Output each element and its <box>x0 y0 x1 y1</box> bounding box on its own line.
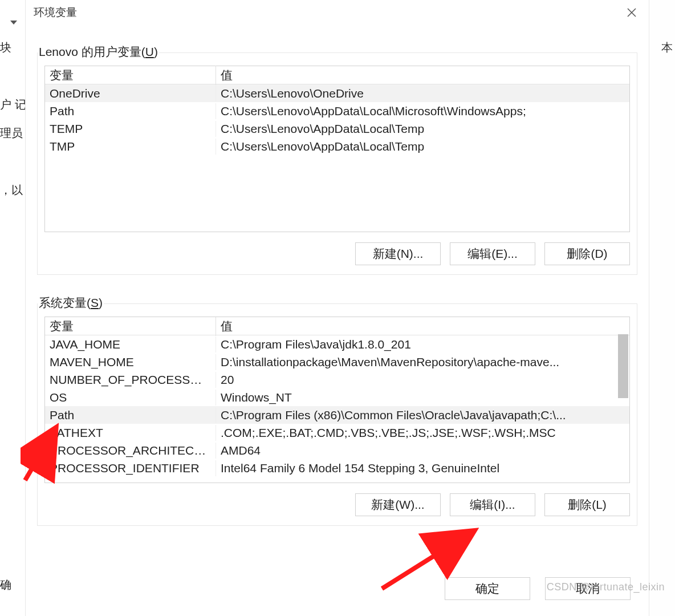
bg-text: 户 记 <box>0 97 26 112</box>
dialog-title: 环境变量 <box>34 5 77 20</box>
table-row[interactable]: PathC:\Program Files (x86)\Common Files\… <box>45 406 629 424</box>
cell-value: .COM;.EXE;.BAT;.CMD;.VBS;.VBE;.JS;.JSE;.… <box>216 425 629 441</box>
bg-text: ，以 <box>0 183 23 198</box>
cell-value: Windows_NT <box>216 390 629 406</box>
cell-variable: TMP <box>45 139 216 155</box>
watermark: CSDN @fortunate_leixin <box>547 581 665 593</box>
cell-variable: NUMBER_OF_PROCESSORS <box>45 372 216 388</box>
background-partial-right: 本 <box>652 0 675 616</box>
table-row[interactable]: JAVA_HOMEC:\Program Files\Java\jdk1.8.0_… <box>45 335 629 353</box>
background-partial-window: 块 户 记 理员 ，以 确 <box>0 0 27 616</box>
system-variables-group: 系统变量(S) 变量 值 JAVA_HOMEC:\Program Files\J… <box>37 303 637 526</box>
dropdown-caret-icon <box>10 21 17 25</box>
cell-value: D:\installationpackage\Maven\MavenReposi… <box>216 354 629 370</box>
bg-text: 块 <box>0 40 11 55</box>
scrollbar-thumb[interactable] <box>618 334 628 398</box>
table-row[interactable]: PathC:\Users\Lenovo\AppData\Local\Micros… <box>45 102 629 120</box>
cell-value: C:\Users\Lenovo\OneDrive <box>216 86 629 102</box>
dialog-titlebar: 环境变量 <box>26 0 649 25</box>
cell-value: C:\Users\Lenovo\AppData\Local\Temp <box>216 121 629 137</box>
bg-text: 理员 <box>0 125 23 141</box>
close-button[interactable] <box>623 3 641 22</box>
table-row[interactable]: OneDriveC:\Users\Lenovo\OneDrive <box>45 84 629 102</box>
cell-value: C:\Program Files\Java\jdk1.8.0_201 <box>216 337 629 352</box>
sys-new-button[interactable]: 新建(W)... <box>355 493 441 516</box>
table-row[interactable]: MAVEN_HOMED:\installationpackage\Maven\M… <box>45 353 629 371</box>
cell-variable: Path <box>45 407 216 423</box>
cell-value: C:\Program Files (x86)\Common Files\Orac… <box>216 407 629 423</box>
table-row[interactable]: TEMPC:\Users\Lenovo\AppData\Local\Temp <box>45 120 629 137</box>
system-variables-list[interactable]: 变量 值 JAVA_HOMEC:\Program Files\Java\jdk1… <box>44 317 630 483</box>
table-row[interactable]: PATHEXT.COM;.EXE;.BAT;.CMD;.VBS;.VBE;.JS… <box>45 424 629 441</box>
cell-variable: JAVA_HOME <box>45 337 216 352</box>
col-header-value[interactable]: 值 <box>216 317 629 336</box>
close-icon <box>627 8 636 17</box>
sys-edit-button[interactable]: 编辑(I)... <box>450 493 535 516</box>
cell-value: 20 <box>216 372 629 388</box>
cell-variable: OneDrive <box>45 86 216 102</box>
user-variables-label: Lenovo 的用户变量(U) <box>38 44 159 60</box>
cell-variable: MAVEN_HOME <box>45 354 216 370</box>
cell-variable: PROCESSOR_IDENTIFIER <box>45 460 216 476</box>
list-header: 变量 值 <box>45 66 629 84</box>
table-row[interactable]: TMPC:\Users\Lenovo\AppData\Local\Temp <box>45 137 629 155</box>
cell-value: C:\Users\Lenovo\AppData\Local\Microsoft\… <box>216 103 629 119</box>
user-new-button[interactable]: 新建(N)... <box>355 242 441 265</box>
user-delete-button[interactable]: 删除(D) <box>544 242 630 265</box>
cell-value: C:\Users\Lenovo\AppData\Local\Temp <box>216 139 629 155</box>
col-header-value[interactable]: 值 <box>216 66 629 85</box>
ok-button[interactable]: 确定 <box>445 577 530 600</box>
user-variables-list[interactable]: 变量 值 OneDriveC:\Users\Lenovo\OneDrivePat… <box>44 66 630 232</box>
cell-variable: TEMP <box>45 121 216 137</box>
cell-variable: OS <box>45 390 216 406</box>
cell-value: AMD64 <box>216 443 629 459</box>
table-row[interactable]: PROCESSOR_ARCHITECTU...AMD64 <box>45 441 629 459</box>
environment-variables-dialog: 环境变量 Lenovo 的用户变量(U) 变量 值 OneDriveC:\U <box>25 0 649 616</box>
bg-text: 确 <box>0 577 11 593</box>
bg-text: 本 <box>661 40 673 55</box>
cell-variable: PROCESSOR_ARCHITECTU... <box>45 443 216 459</box>
cell-value: Intel64 Family 6 Model 154 Stepping 3, G… <box>216 460 629 476</box>
table-row[interactable]: OSWindows_NT <box>45 388 629 406</box>
list-header: 变量 值 <box>45 317 629 335</box>
col-header-variable[interactable]: 变量 <box>45 317 216 336</box>
system-variables-label: 系统变量(S) <box>38 295 104 311</box>
sys-delete-button[interactable]: 删除(L) <box>544 493 630 516</box>
cell-variable: PATHEXT <box>45 425 216 441</box>
user-edit-button[interactable]: 编辑(E)... <box>450 242 535 265</box>
table-row[interactable]: NUMBER_OF_PROCESSORS20 <box>45 371 629 388</box>
col-header-variable[interactable]: 变量 <box>45 66 216 85</box>
table-row[interactable]: PROCESSOR_IDENTIFIERIntel64 Family 6 Mod… <box>45 459 629 477</box>
cell-variable: Path <box>45 103 216 119</box>
user-variables-group: Lenovo 的用户变量(U) 变量 值 OneDriveC:\Users\Le… <box>37 52 637 275</box>
